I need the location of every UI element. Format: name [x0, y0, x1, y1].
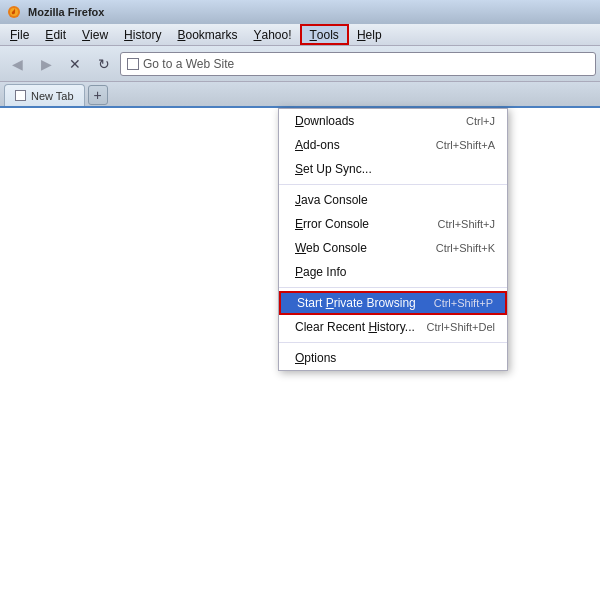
menu-item-label: Java Console	[295, 193, 368, 207]
address-checkbox	[127, 58, 139, 70]
menu-item-label: Start Private Browsing	[297, 296, 416, 310]
menu-item-label: Clear Recent History...	[295, 320, 415, 334]
menu-item-label: Downloads	[295, 114, 354, 128]
separator-1	[279, 184, 507, 185]
tools-dropdown-menu: Downloads Ctrl+J Add-ons Ctrl+Shift+A Se…	[278, 108, 508, 371]
menu-item-label: Options	[295, 351, 336, 365]
close-button[interactable]: ✕	[62, 51, 88, 77]
main-content: Downloads Ctrl+J Add-ons Ctrl+Shift+A Se…	[0, 108, 600, 600]
menu-item-label: Set Up Sync...	[295, 162, 372, 176]
menu-item-shortcut: Ctrl+J	[466, 115, 495, 127]
menu-item-private-browsing[interactable]: Start Private Browsing Ctrl+Shift+P	[279, 291, 507, 315]
separator-3	[279, 342, 507, 343]
menu-bar: File Edit View History Bookmarks Yahoo! …	[0, 24, 600, 46]
add-tab-button[interactable]: +	[88, 85, 108, 105]
menu-item-shortcut: Ctrl+Shift+J	[438, 218, 495, 230]
menu-bookmarks[interactable]: Bookmarks	[169, 24, 245, 45]
menu-item-web-console[interactable]: Web Console Ctrl+Shift+K	[279, 236, 507, 260]
menu-item-shortcut: Ctrl+Shift+P	[434, 297, 493, 309]
tab-checkbox	[15, 90, 26, 101]
menu-item-shortcut: Ctrl+Shift+K	[436, 242, 495, 254]
tab-bar: New Tab +	[0, 82, 600, 108]
menu-item-label: Error Console	[295, 217, 369, 231]
menu-item-downloads[interactable]: Downloads Ctrl+J	[279, 109, 507, 133]
menu-view[interactable]: View	[74, 24, 116, 45]
menu-item-java-console[interactable]: Java Console	[279, 188, 507, 212]
tab-label: New Tab	[31, 90, 74, 102]
title-bar-text: Mozilla Firefox	[28, 6, 104, 18]
back-button[interactable]: ◀	[4, 51, 30, 77]
menu-item-page-info[interactable]: Page Info	[279, 260, 507, 284]
menu-item-label: Page Info	[295, 265, 346, 279]
separator-2	[279, 287, 507, 288]
menu-help[interactable]: Help	[349, 24, 390, 45]
menu-item-error-console[interactable]: Error Console Ctrl+Shift+J	[279, 212, 507, 236]
menu-item-shortcut: Ctrl+Shift+Del	[427, 321, 495, 333]
menu-file[interactable]: File	[2, 24, 37, 45]
refresh-button[interactable]: ↻	[91, 51, 117, 77]
menu-item-addons[interactable]: Add-ons Ctrl+Shift+A	[279, 133, 507, 157]
forward-button[interactable]: ▶	[33, 51, 59, 77]
menu-item-setup-sync[interactable]: Set Up Sync...	[279, 157, 507, 181]
menu-yahoo[interactable]: Yahoo!	[245, 24, 299, 45]
menu-item-clear-history[interactable]: Clear Recent History... Ctrl+Shift+Del	[279, 315, 507, 339]
title-bar: Mozilla Firefox	[0, 0, 600, 24]
nav-bar: ◀ ▶ ✕ ↻ Go to a Web Site	[0, 46, 600, 82]
address-text: Go to a Web Site	[143, 57, 234, 71]
menu-item-options[interactable]: Options	[279, 346, 507, 370]
menu-item-shortcut: Ctrl+Shift+A	[436, 139, 495, 151]
menu-tools[interactable]: Tools	[300, 24, 349, 45]
menu-history[interactable]: History	[116, 24, 169, 45]
menu-item-label: Add-ons	[295, 138, 340, 152]
menu-item-label: Web Console	[295, 241, 367, 255]
menu-edit[interactable]: Edit	[37, 24, 74, 45]
address-bar[interactable]: Go to a Web Site	[120, 52, 596, 76]
tab-new-tab[interactable]: New Tab	[4, 84, 85, 106]
firefox-icon	[6, 4, 22, 20]
